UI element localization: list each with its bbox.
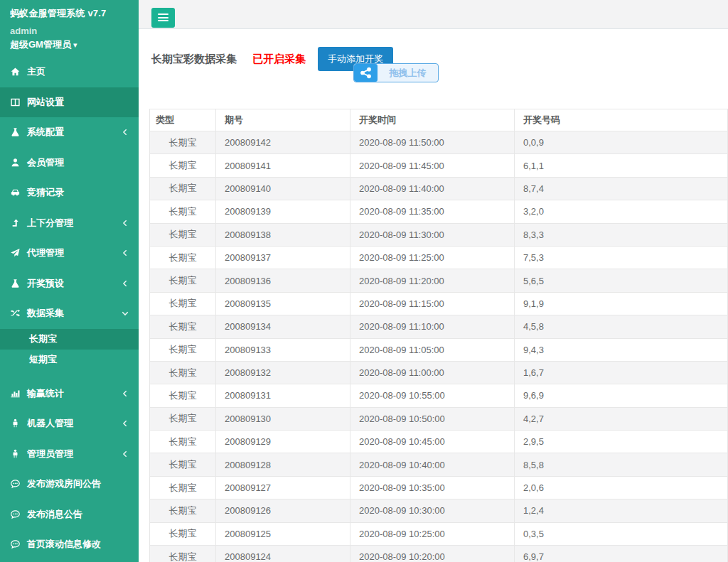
column-header-type: 类型 [150, 109, 216, 131]
sidebar-item-homepage-ticker[interactable]: 首页滚动信息修改 [0, 529, 139, 560]
sidebar-subitem-changqibao[interactable]: 长期宝 [0, 329, 139, 350]
cell-numbers: 6,9,7 [515, 546, 728, 562]
sidebar-item-draw-presets[interactable]: 开奖预设 [0, 269, 139, 299]
cell-numbers: 2,9,5 [515, 431, 728, 453]
username: admin [10, 26, 129, 36]
table-row: 长期宝2008091252020-08-09 10:25:000,3,5 [150, 522, 728, 545]
cell-numbers: 5,6,5 [515, 269, 728, 292]
cell-type: 长期宝 [150, 361, 216, 384]
share-nodes-icon [354, 64, 378, 82]
sidebar-item-label: 发布消息公告 [27, 508, 82, 521]
cell-time: 2020-08-09 11:15:00 [350, 292, 515, 315]
cell-time: 2020-08-09 10:40:00 [350, 453, 515, 476]
sidebar-item-label: 会员管理 [27, 156, 64, 169]
cell-issue: 200809133 [216, 338, 350, 361]
sidebar-item-label: 主页 [27, 65, 46, 78]
cell-type: 长期宝 [150, 269, 216, 292]
cell-issue: 200809134 [216, 315, 350, 338]
table-row: 长期宝2008091372020-08-09 11:25:007,5,3 [150, 246, 728, 269]
sidebar-item-points-management[interactable]: 上下分管理 [0, 208, 139, 239]
table-row: 长期宝2008091312020-08-09 10:55:009,6,9 [150, 384, 728, 407]
cell-time: 2020-08-09 10:45:00 [350, 431, 515, 453]
draw-table: 类型期号开奖时间开奖号码 长期宝2008091422020-08-09 11:5… [149, 109, 728, 562]
cell-time: 2020-08-09 11:30:00 [350, 223, 515, 246]
chevron-left-icon [122, 249, 129, 256]
flask-icon [10, 127, 27, 137]
chevron-left-icon [122, 220, 129, 227]
cell-type: 长期宝 [150, 407, 216, 430]
chevron-left-icon [122, 450, 129, 458]
sidebar-item-label: 管理员管理 [27, 448, 73, 460]
sidebar-item-site-settings[interactable]: 网站设置 [0, 87, 139, 118]
cell-type: 长期宝 [150, 384, 216, 407]
cell-type: 长期宝 [150, 154, 216, 177]
cell-numbers: 3,2,0 [515, 200, 728, 223]
content: 长期宝彩数据采集 已开启采集 手动添加开奖 拖拽上传 类型期号开奖时间开奖号码 … [139, 29, 728, 562]
cell-issue: 200809140 [216, 177, 350, 200]
sidebar-item-game-room-notice[interactable]: 发布游戏房间公告 [0, 469, 139, 499]
app-title: 蚂蚁金服管理系统 v7.7 [10, 7, 129, 20]
sidebar-item-system-config[interactable]: 系统配置 [0, 117, 139, 148]
topbar [139, 0, 728, 29]
cell-type: 长期宝 [150, 223, 216, 246]
table-row: 长期宝2008091262020-08-09 10:30:001,2,4 [150, 499, 728, 522]
cell-issue: 200809130 [216, 407, 350, 430]
sidebar-item-bet-records[interactable]: 竞猜记录 [0, 178, 139, 208]
status-badge: 已开启采集 [252, 53, 306, 66]
cell-type: 长期宝 [150, 546, 216, 562]
cell-numbers: 8,7,4 [515, 177, 728, 200]
table-header-row: 类型期号开奖时间开奖号码 [150, 109, 728, 131]
chevron-left-icon [122, 280, 129, 287]
column-header-numbers: 开奖号码 [515, 109, 728, 131]
table-row: 长期宝2008091412020-08-09 11:45:006,1,1 [150, 154, 728, 177]
window-columns-icon [10, 97, 27, 107]
sidebar-item-label: 发布游戏房间公告 [27, 477, 101, 490]
cell-time: 2020-08-09 11:00:00 [350, 361, 515, 384]
sidebar-item-admin-management[interactable]: 管理员管理 [0, 439, 139, 470]
sidebar-item-data-collection[interactable]: 数据采集 [0, 298, 139, 329]
cell-type: 长期宝 [150, 200, 216, 223]
cell-issue: 200809126 [216, 499, 350, 522]
sidebar-subitem-duanqibao[interactable]: 短期宝 [0, 350, 139, 370]
table-row: 长期宝2008091362020-08-09 11:20:005,6,5 [150, 269, 728, 292]
column-header-time: 开奖时间 [350, 109, 515, 131]
table-row: 长期宝2008091342020-08-09 11:10:004,5,8 [150, 315, 728, 338]
sidebar-item-message-notice[interactable]: 发布消息公告 [0, 499, 139, 530]
role-label: 超级GM管理员 [10, 39, 71, 50]
table-row: 长期宝2008091352020-08-09 11:15:009,1,9 [150, 292, 728, 315]
sidebar-item-robot-management[interactable]: 机器人管理 [0, 409, 139, 439]
hamburger-icon [158, 13, 168, 21]
sidebar-item-label: 机器人管理 [27, 417, 73, 430]
sidebar-toggle-button[interactable] [151, 8, 175, 28]
cell-numbers: 7,5,3 [515, 246, 728, 269]
home-icon [10, 67, 27, 77]
paper-plane-icon [10, 248, 27, 258]
table-row: 长期宝2008091422020-08-09 11:50:000,0,9 [150, 131, 728, 154]
drag-upload-button[interactable]: 拖拽上传 [353, 63, 439, 82]
cell-issue: 200809132 [216, 361, 350, 384]
user-icon [10, 158, 27, 168]
caret-down-icon: ▾ [73, 40, 77, 49]
person-icon [10, 449, 27, 459]
sidebar-item-home[interactable]: 主页 [0, 57, 139, 87]
sidebar-item-winloss-stats[interactable]: 输赢统计 [0, 379, 139, 409]
cell-type: 长期宝 [150, 246, 216, 269]
main-area: 长期宝彩数据采集 已开启采集 手动添加开奖 拖拽上传 类型期号开奖时间开奖号码 … [139, 0, 728, 562]
cell-type: 长期宝 [150, 453, 216, 476]
role-dropdown[interactable]: 超级GM管理员▾ [10, 38, 129, 51]
cell-issue: 200809124 [216, 546, 350, 562]
table-row: 长期宝2008091332020-08-09 11:05:009,4,3 [150, 338, 728, 361]
cell-numbers: 0,3,5 [515, 522, 728, 545]
sidebar-item-agent-management[interactable]: 代理管理 [0, 238, 139, 269]
cell-time: 2020-08-09 11:35:00 [350, 200, 515, 223]
sidebar-item-member-management[interactable]: 会员管理 [0, 148, 139, 178]
cell-numbers: 4,2,7 [515, 407, 728, 430]
shuffle-icon [10, 308, 27, 318]
table-body: 长期宝2008091422020-08-09 11:50:000,0,9长期宝2… [150, 131, 728, 562]
cell-time: 2020-08-09 11:50:00 [350, 131, 515, 154]
table-row: 长期宝2008091382020-08-09 11:30:008,3,3 [150, 223, 728, 246]
cell-time: 2020-08-09 10:55:00 [350, 384, 515, 407]
cell-numbers: 1,2,4 [515, 499, 728, 522]
table-row: 长期宝2008091282020-08-09 10:40:008,5,8 [150, 453, 728, 476]
comment-icon [10, 539, 27, 549]
